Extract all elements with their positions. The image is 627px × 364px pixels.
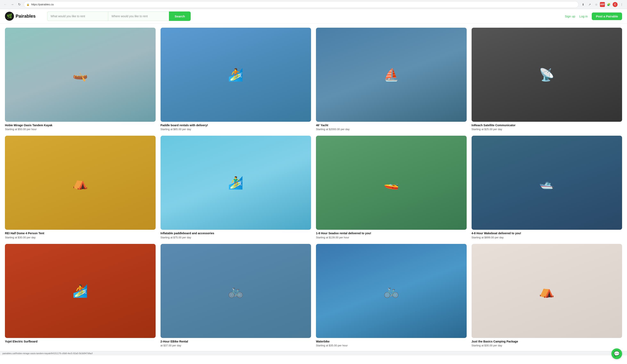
card-price: at $37.00 per day	[160, 344, 311, 347]
card-title: Just the Basics Camping Package	[471, 340, 622, 343]
url-text: https://pairables.ca	[31, 3, 53, 6]
reload-button[interactable]: ↻	[16, 2, 22, 7]
card-image-placeholder: 🚲	[160, 244, 311, 338]
address-bar[interactable]: 🔒 https://pairables.ca	[24, 1, 579, 8]
card-title: Hobie Mirage Oasis Tandem Kayak	[5, 123, 156, 127]
card-title: Yujet Electric Surfboard	[5, 340, 156, 343]
card-image: 🛥️	[471, 136, 622, 230]
abp-extension[interactable]: ABP	[600, 2, 605, 7]
share-button[interactable]: ↗	[587, 2, 593, 7]
card-image: 🚤	[316, 136, 467, 230]
card-title: 1-8 Hour Seadoo rental delivered to you!	[316, 231, 467, 235]
browser-actions: ⬇ ↗ ☆ ABP 🧩 C ⋮	[580, 2, 625, 7]
logo-icon: 🌿	[5, 12, 14, 21]
browser-chrome: ← → ↻ 🔒 https://pairables.ca ⬇ ↗ ☆ ABP 🧩…	[0, 0, 627, 9]
card-title: Paddle board rentals with delivery!	[160, 123, 311, 127]
card-title: 4-8 Hour Wakeboat delivered to you!	[471, 231, 622, 235]
card-image: 🚲	[316, 244, 467, 338]
card-image: ⛺	[471, 244, 622, 338]
browser-controls: ← → ↻	[2, 2, 22, 7]
forward-button[interactable]: →	[9, 2, 15, 7]
signup-link[interactable]: Sign up	[565, 15, 575, 18]
card-image: 📡	[471, 28, 622, 122]
card-price: Starting at $2000.00 per day	[316, 128, 467, 131]
listing-card-10[interactable]: 🚲 2-Hour EBike Rental at $37.00 per day	[160, 244, 311, 347]
status-bar: pairables.ca/l/hobie-mirage-oasis-tandem…	[0, 351, 627, 355]
lock-icon: 🔒	[26, 3, 30, 6]
card-image: 🛶	[5, 28, 156, 122]
card-title: 2-Hour EBike Rental	[160, 340, 311, 343]
card-price: Starting at $899.00 per day	[471, 236, 622, 239]
listing-card-5[interactable]: ⛺ REI Half Dome 4 Person Tent Starting a…	[5, 136, 156, 239]
card-price: Starting at $50.00 per hour	[5, 128, 156, 131]
download-button[interactable]: ⬇	[580, 2, 586, 7]
card-image-placeholder: 🏄	[160, 28, 311, 122]
logo-text: Pairables	[16, 13, 36, 19]
card-price: Starting at $139.00 per hour	[316, 236, 467, 239]
back-button[interactable]: ←	[2, 2, 8, 7]
card-price: Starting at $30.00 per day	[5, 236, 156, 239]
card-image-placeholder: ⛺	[5, 136, 156, 230]
search-bar: Search	[47, 11, 191, 21]
listing-card-8[interactable]: 🛥️ 4-8 Hour Wakeboat delivered to you! S…	[471, 136, 622, 239]
card-image-placeholder: 🛥️	[471, 136, 622, 230]
site-header: 🌿 Pairables Search Sign up Log in Post a…	[0, 9, 627, 24]
card-title: REI Half Dome 4 Person Tent	[5, 231, 156, 235]
user-avatar: C	[613, 2, 618, 7]
listing-card-7[interactable]: 🚤 1-8 Hour Seadoo rental delivered to yo…	[316, 136, 467, 239]
post-pairable-button[interactable]: Post a Pairable	[592, 12, 622, 20]
card-title: 46' Yacht	[316, 123, 467, 127]
card-image-placeholder: 🛶	[5, 28, 156, 122]
card-price: Starting at $30.00 per day	[471, 344, 622, 347]
profile-button[interactable]: C	[612, 2, 618, 7]
card-price: Starting at $65.00 per day	[160, 128, 311, 131]
search-what-input[interactable]	[47, 11, 108, 21]
card-price: Starting at $35.00 per hour	[316, 344, 467, 347]
card-price: Starting at $25.00 per day	[471, 128, 622, 131]
card-image-placeholder: 🚤	[316, 136, 467, 230]
listing-card-1[interactable]: 🛶 Hobie Mirage Oasis Tandem Kayak Starti…	[5, 28, 156, 131]
listing-card-4[interactable]: 📡 InReach Satellite Communicator Startin…	[471, 28, 622, 131]
listing-card-3[interactable]: ⛵ 46' Yacht Starting at $2000.00 per day	[316, 28, 467, 131]
menu-button[interactable]: ⋮	[619, 2, 625, 7]
card-price: Starting at $75.00 per day	[160, 236, 311, 239]
logo-link[interactable]: 🌿 Pairables	[5, 12, 36, 21]
listing-card-2[interactable]: 🏄 Paddle board rentals with delivery! St…	[160, 28, 311, 131]
listing-grid: 🛶 Hobie Mirage Oasis Tandem Kayak Starti…	[5, 28, 622, 347]
card-image: 🏄‍♂️	[160, 136, 311, 230]
card-image: 🏄	[5, 244, 156, 338]
search-button[interactable]: Search	[169, 11, 191, 21]
card-image: ⛵	[316, 28, 467, 122]
listing-card-9[interactable]: 🏄 Yujet Electric Surfboard	[5, 244, 156, 347]
card-title: Waterbike	[316, 340, 467, 343]
card-title: Inflatable paddleboard and accessories	[160, 231, 311, 235]
listing-card-11[interactable]: 🚲 Waterbike Starting at $35.00 per hour	[316, 244, 467, 347]
card-image: 🏄	[160, 28, 311, 122]
card-image-placeholder: 🚲	[316, 244, 467, 338]
search-where-input[interactable]	[108, 11, 169, 21]
listing-card-12[interactable]: ⛺ Just the Basics Camping Package Starti…	[471, 244, 622, 347]
card-image-placeholder: ⛵	[316, 28, 467, 122]
extensions-button[interactable]: 🧩	[606, 2, 611, 7]
card-title: InReach Satellite Communicator	[471, 123, 622, 127]
card-image: 🚲	[160, 244, 311, 338]
listing-card-6[interactable]: 🏄‍♂️ Inflatable paddleboard and accessor…	[160, 136, 311, 239]
status-url: pairables.ca/l/hobie-mirage-oasis-tandem…	[2, 352, 93, 355]
card-image-placeholder: 📡	[471, 28, 622, 122]
card-image-placeholder: 🏄	[5, 244, 156, 338]
login-link[interactable]: Log in	[579, 15, 588, 18]
main-content: 🛶 Hobie Mirage Oasis Tandem Kayak Starti…	[0, 24, 627, 351]
card-image-placeholder: 🏄‍♂️	[160, 136, 311, 230]
bookmark-button[interactable]: ☆	[593, 2, 599, 7]
card-image-placeholder: ⛺	[471, 244, 622, 338]
nav-links: Sign up Log in Post a Pairable	[565, 12, 622, 20]
card-image: ⛺	[5, 136, 156, 230]
